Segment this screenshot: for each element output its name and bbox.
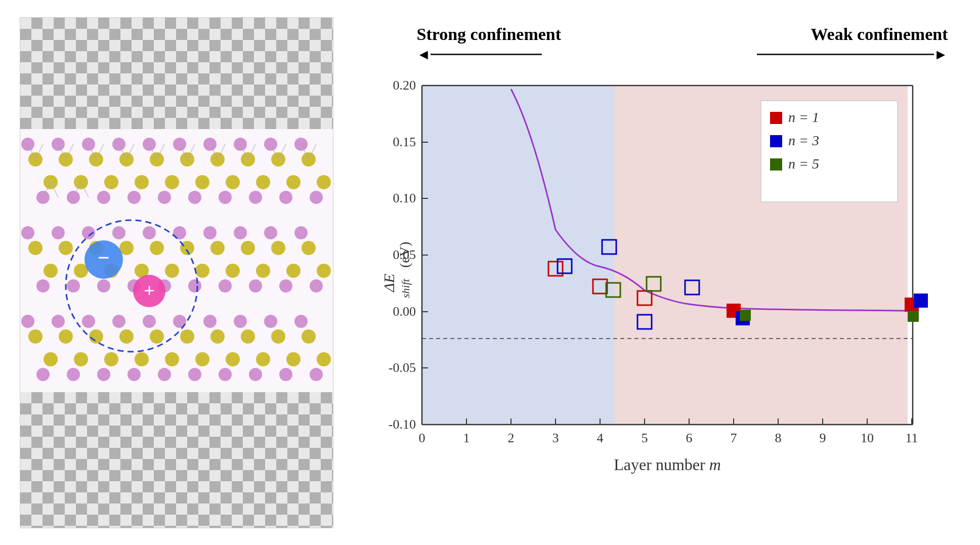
- svg-point-135: [67, 368, 80, 381]
- chart-wrapper: Strong confinement ◄ Weak confinement ►: [351, 25, 958, 521]
- svg-text:0.20: 0.20: [393, 80, 416, 93]
- svg-point-116: [104, 352, 118, 366]
- svg-text:(eV): (eV): [397, 241, 412, 267]
- svg-point-100: [219, 279, 232, 292]
- svg-point-99: [188, 279, 201, 292]
- svg-point-141: [249, 368, 262, 381]
- svg-text:8: 8: [775, 431, 781, 445]
- weak-arrow: ►: [757, 47, 948, 63]
- svg-point-96: [97, 279, 110, 292]
- weak-label-text: Weak confinement: [811, 25, 948, 44]
- svg-point-74: [44, 264, 58, 278]
- svg-point-139: [188, 368, 201, 381]
- svg-text:0.10: 0.10: [393, 191, 416, 205]
- svg-point-33: [127, 191, 141, 204]
- svg-text:11: 11: [905, 431, 918, 445]
- svg-point-73: [302, 241, 316, 255]
- svg-point-138: [158, 368, 171, 381]
- crystal-structure-panel: − +: [20, 17, 333, 528]
- svg-point-85: [52, 226, 65, 239]
- svg-point-64: [28, 241, 42, 255]
- svg-point-84: [21, 226, 34, 239]
- svg-point-94: [36, 279, 50, 292]
- svg-point-91: [234, 226, 247, 239]
- svg-text:-0.05: -0.05: [388, 360, 415, 375]
- svg-point-136: [97, 368, 110, 381]
- svg-point-132: [264, 315, 277, 328]
- svg-text:6: 6: [686, 431, 692, 445]
- svg-text:−: −: [98, 246, 110, 269]
- svg-point-120: [226, 352, 240, 366]
- svg-point-103: [310, 279, 323, 292]
- svg-point-127: [112, 315, 125, 328]
- svg-point-140: [219, 368, 232, 381]
- svg-point-121: [256, 352, 270, 366]
- chart-svg: 0.20 0.15 0.10 0.05 0.00 -0.05 -0.10: [381, 80, 948, 490]
- svg-point-13: [135, 175, 149, 189]
- checker-bottom: [20, 392, 333, 528]
- svg-point-106: [89, 329, 103, 344]
- svg-point-109: [180, 329, 194, 344]
- svg-point-117: [135, 352, 149, 366]
- svg-point-134: [36, 368, 50, 381]
- n5-filled-m7: [740, 310, 751, 321]
- strong-confinement-label: Strong confinement ◄: [417, 25, 562, 63]
- svg-point-125: [52, 315, 65, 328]
- svg-text:0: 0: [418, 431, 425, 445]
- svg-text:0.00: 0.00: [393, 304, 416, 319]
- svg-point-16: [226, 175, 240, 189]
- svg-text:0.15: 0.15: [393, 135, 416, 149]
- svg-point-19: [317, 175, 331, 189]
- svg-point-118: [165, 352, 179, 366]
- svg-rect-202: [770, 158, 782, 171]
- svg-point-79: [195, 264, 209, 278]
- svg-point-18: [286, 175, 301, 189]
- svg-point-108: [150, 329, 164, 344]
- svg-point-80: [226, 264, 240, 278]
- svg-point-38: [279, 191, 292, 204]
- svg-point-70: [210, 241, 225, 255]
- svg-point-95: [67, 279, 80, 292]
- svg-rect-198: [770, 112, 782, 124]
- n5-filled-m11: [908, 311, 919, 322]
- svg-point-123: [317, 352, 331, 366]
- svg-point-37: [249, 191, 262, 204]
- chart-panel: Strong confinement ◄ Weak confinement ►: [349, 17, 961, 528]
- strong-arrow: ◄: [417, 47, 542, 63]
- svg-point-128: [143, 315, 156, 328]
- svg-point-110: [210, 329, 225, 344]
- svg-text:+: +: [144, 280, 155, 301]
- svg-point-133: [294, 315, 308, 328]
- svg-point-143: [310, 368, 323, 381]
- svg-point-124: [21, 315, 34, 328]
- svg-text:9: 9: [819, 431, 826, 445]
- svg-text:n = 1: n = 1: [788, 109, 819, 125]
- svg-text:10: 10: [861, 431, 874, 445]
- checker-top: [20, 18, 333, 129]
- svg-text:2: 2: [507, 431, 514, 445]
- svg-point-35: [188, 191, 201, 204]
- svg-point-32: [97, 191, 110, 204]
- svg-text:1: 1: [463, 431, 470, 445]
- svg-point-72: [271, 241, 285, 255]
- svg-point-17: [256, 175, 270, 189]
- svg-point-114: [44, 352, 58, 366]
- svg-point-68: [150, 241, 164, 255]
- svg-point-113: [302, 329, 316, 344]
- svg-text:4: 4: [596, 431, 603, 445]
- svg-point-115: [74, 352, 88, 366]
- svg-point-81: [256, 264, 270, 278]
- svg-point-102: [279, 279, 292, 292]
- svg-point-92: [264, 226, 277, 239]
- svg-point-122: [286, 352, 301, 366]
- svg-text:ΔE: ΔE: [381, 274, 397, 292]
- svg-point-131: [234, 315, 247, 328]
- svg-text:n = 5: n = 5: [788, 156, 819, 172]
- svg-point-105: [59, 329, 73, 344]
- svg-point-71: [241, 241, 255, 255]
- svg-point-93: [294, 226, 308, 239]
- svg-point-82: [286, 264, 301, 278]
- strong-label-text: Strong confinement: [417, 25, 562, 44]
- svg-point-36: [219, 191, 232, 204]
- main-container: − + Strong confinement ◄ Weak confineme: [10, 7, 971, 538]
